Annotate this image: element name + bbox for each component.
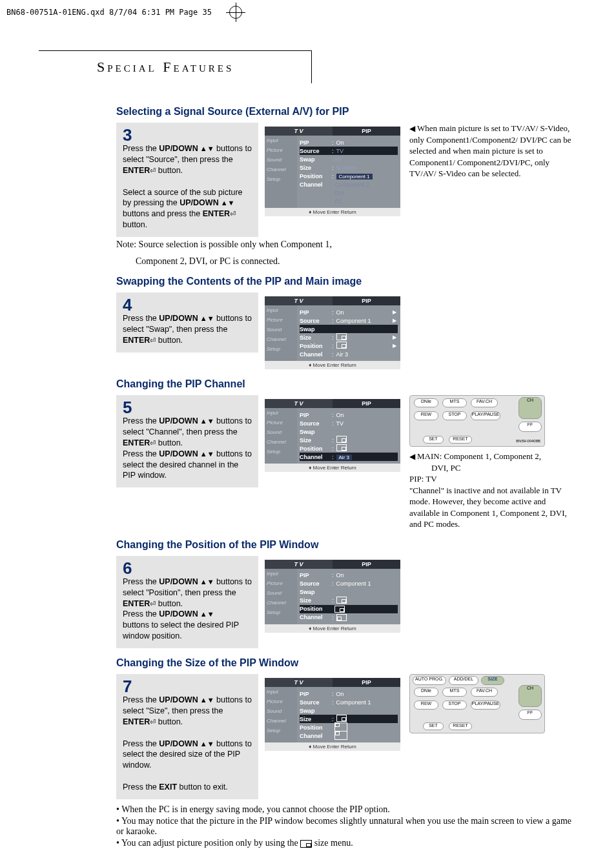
pip-size-icon bbox=[300, 840, 312, 848]
updown-icon: ▲▼ bbox=[198, 314, 214, 322]
osd-screenshot-4: T VPIP Input Picture Sound Channel Setup… bbox=[265, 296, 400, 369]
osd-screenshot-5: T VPIP Input Picture Sound Channel Setup… bbox=[265, 399, 400, 472]
section1-sidenote: ◀ When main picture is set to TV/AV/ S-V… bbox=[407, 123, 577, 179]
page-body: Special Features Selecting a Signal Sour… bbox=[26, 50, 590, 849]
chapter-header: Special Features bbox=[39, 50, 312, 83]
section4-title: Changing the Position of the PIP Window bbox=[116, 539, 577, 551]
chapter-title: Special Features bbox=[97, 59, 234, 75]
section1-title: Selecting a Signal Source (External A/V)… bbox=[116, 106, 577, 118]
section1-note-l1: Note: Source selection is possible only … bbox=[116, 240, 577, 250]
step5-box: 5 Press the UP/DOWN ▲▼ buttons to select… bbox=[116, 395, 258, 487]
section5-title: Changing the Size of the PIP Window bbox=[116, 657, 577, 669]
osd-screenshot-3: T VPIP Input Picture Sound Channel Setup… bbox=[265, 127, 400, 216]
enter-icon: ⏎ bbox=[230, 210, 236, 218]
updown-icon: ▲▼ bbox=[198, 610, 214, 618]
updown-icon: ▲▼ bbox=[219, 199, 235, 207]
section1-note-l2: Component 2, DVI, or PC is connected. bbox=[136, 256, 577, 267]
footer-bullets: • When the PC is in energy saving mode, … bbox=[116, 804, 577, 848]
enter-icon: ⏎ bbox=[150, 336, 156, 344]
caret-left-icon: ◀ bbox=[409, 452, 417, 461]
step4-box: 4 Press the UP/DOWN ▲▼ buttons to select… bbox=[116, 292, 258, 353]
osd-screenshot-7: T VPIP Input Picture Sound Channel Setup… bbox=[265, 678, 400, 751]
step7-box: 7 Press the UP/DOWN ▲▼ buttons to select… bbox=[116, 674, 258, 799]
section3-title: Changing the PIP Channel bbox=[116, 378, 577, 390]
remote-illustration-7: AUTO PROG. ADD/DEL SIZE DNIe MTS FAV.CH … bbox=[409, 674, 545, 733]
section2-title: Swapping the Contents of the PIP and Mai… bbox=[116, 276, 577, 287]
print-header-text: BN68-00751A-01ENG.qxd 8/7/04 6:31 PM Pag… bbox=[6, 8, 212, 17]
osd-screenshot-6: T VPIP Input Picture Sound Channel Setup… bbox=[265, 560, 400, 633]
updown-icon: ▲▼ bbox=[198, 417, 214, 425]
remote-illustration-5: DNIe MTS FAV.CH CH REW STOP PLAY/PAUSE F… bbox=[409, 395, 545, 447]
updown-icon: ▲▼ bbox=[198, 450, 214, 458]
enter-icon: ⏎ bbox=[150, 718, 156, 726]
enter-icon: ⏎ bbox=[150, 167, 156, 174]
registration-mark-icon bbox=[226, 3, 245, 22]
updown-icon: ▲▼ bbox=[198, 578, 214, 586]
step3-box: 3 Press the UP/DOWN ▲▼ buttons to select… bbox=[116, 123, 258, 237]
enter-icon: ⏎ bbox=[150, 439, 156, 447]
updown-icon: ▲▼ bbox=[198, 740, 214, 748]
enter-icon: ⏎ bbox=[150, 600, 156, 608]
updown-icon: ▲▼ bbox=[198, 696, 214, 704]
caret-left-icon: ◀ bbox=[409, 124, 417, 133]
updown-icon: ▲▼ bbox=[198, 145, 214, 152]
print-header: BN68-00751A-01ENG.qxd 8/7/04 6:31 PM Pag… bbox=[0, 0, 616, 25]
step6-box: 6 Press the UP/DOWN ▲▼ buttons to select… bbox=[116, 556, 258, 648]
step3-number: 3 bbox=[123, 127, 252, 143]
